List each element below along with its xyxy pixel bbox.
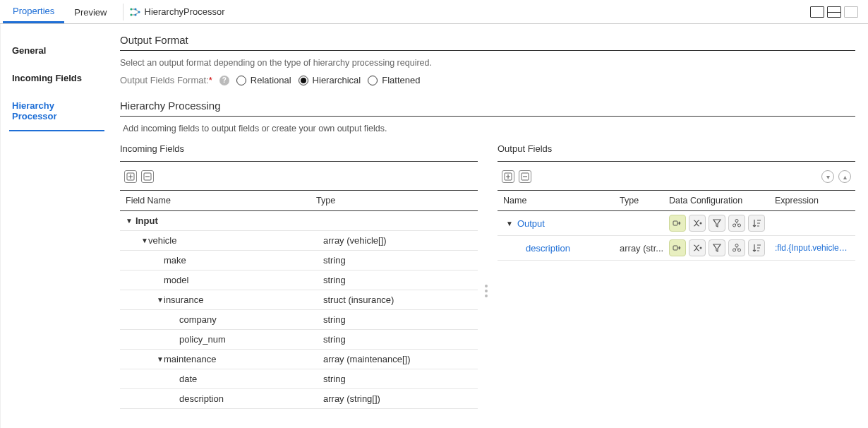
field-type: array (string[]) bbox=[323, 393, 472, 404]
collapse-arrow-icon: ▼ bbox=[126, 217, 133, 225]
hierarchy-processing-subtitle: Add incoming fields to output fields or … bbox=[120, 124, 855, 133]
output-header-dc: Data Configuration bbox=[669, 196, 775, 206]
svg-point-0 bbox=[130, 8, 132, 10]
info-icon[interactable]: ? bbox=[219, 76, 229, 85]
incoming-header-row: Field Name Type bbox=[120, 190, 478, 211]
field-type: string bbox=[323, 255, 472, 266]
field-type: array (maintenance[]) bbox=[323, 354, 472, 364]
dc-map-button[interactable] bbox=[669, 215, 686, 232]
svg-point-1 bbox=[130, 13, 132, 16]
radio-flattened-label: Flattened bbox=[382, 75, 420, 85]
output-rows: ▼Outputdescriptionarray (str...:fld.{Inp… bbox=[498, 211, 855, 261]
expand-arrow-icon: ▼ bbox=[157, 355, 164, 363]
sidebar-item-hierarchy-processor[interactable]: Hierarchy Processor bbox=[9, 92, 104, 131]
left-sidebar: General Incoming Fields Hierarchy Proces… bbox=[0, 24, 113, 428]
output-row[interactable]: ▼Output bbox=[498, 211, 855, 236]
top-tabs: Properties Preview HierarchyProcessor bbox=[0, 0, 868, 24]
field-type: string bbox=[323, 314, 472, 325]
incoming-row[interactable]: ▼insurancestruct (insurance) bbox=[120, 290, 478, 310]
output-header-type: Type bbox=[620, 196, 669, 206]
view-single-icon[interactable] bbox=[810, 6, 824, 18]
expand-all-button[interactable] bbox=[124, 170, 137, 183]
incoming-header-name: Field Name bbox=[126, 196, 316, 206]
svg-point-10 bbox=[700, 222, 702, 225]
dc-filter-button[interactable] bbox=[709, 215, 725, 232]
field-name: insurance bbox=[164, 295, 323, 305]
view-hsplit-icon[interactable] bbox=[827, 6, 841, 18]
tab-separator bbox=[123, 4, 123, 20]
output-collapse-all-button[interactable] bbox=[519, 170, 531, 183]
view-full-icon[interactable] bbox=[844, 6, 858, 18]
field-name: date bbox=[179, 374, 323, 384]
output-format-subtitle: Select an output format depending on the… bbox=[120, 58, 855, 68]
incoming-fields-panel: Incoming Fields Field Name Type ▼Input▼v… bbox=[120, 143, 478, 409]
radio-flattened[interactable]: Flattened bbox=[368, 75, 420, 85]
incoming-fields-title: Incoming Fields bbox=[120, 143, 478, 162]
output-expression[interactable]: :fld.{Input.vehicle.vel bbox=[775, 243, 850, 253]
svg-point-11 bbox=[735, 220, 738, 222]
output-fields-panel: Output Fields ▾ ▴ bbox=[498, 143, 855, 409]
output-field-name[interactable]: description bbox=[526, 243, 570, 254]
incoming-row[interactable]: ▼maintenancearray (maintenance[]) bbox=[120, 350, 478, 369]
output-fields-title: Output Fields bbox=[498, 143, 855, 162]
output-field-type: array (str... bbox=[620, 243, 669, 254]
dc-map-button[interactable] bbox=[669, 239, 686, 256]
dc-join-button[interactable] bbox=[689, 215, 706, 232]
incoming-row[interactable]: datestring bbox=[120, 369, 478, 389]
processor-title: HierarchyProcessor bbox=[129, 6, 225, 18]
field-name: maintenance bbox=[164, 354, 323, 364]
field-type: struct (insurance) bbox=[323, 295, 472, 305]
output-row[interactable]: descriptionarray (str...:fld.{Input.vehi… bbox=[498, 236, 855, 261]
incoming-row[interactable]: policy_numstring bbox=[120, 330, 478, 350]
main-content: Output Format Select an output format de… bbox=[113, 24, 868, 428]
scroll-up-icon[interactable]: ▴ bbox=[838, 170, 851, 183]
sidebar-item-incoming-fields[interactable]: Incoming Fields bbox=[9, 64, 104, 92]
expand-arrow-icon: ▼ bbox=[157, 296, 164, 304]
incoming-row[interactable]: modelstring bbox=[120, 271, 478, 290]
svg-point-15 bbox=[700, 247, 702, 249]
svg-point-16 bbox=[735, 244, 738, 247]
collapse-all-button[interactable] bbox=[141, 170, 154, 183]
field-name: vehicle bbox=[148, 235, 323, 246]
expand-arrow-icon: ▼ bbox=[141, 237, 148, 244]
dc-order-button[interactable] bbox=[748, 215, 765, 232]
output-field-name[interactable]: Output bbox=[517, 218, 545, 229]
tab-preview[interactable]: Preview bbox=[64, 1, 116, 23]
incoming-row[interactable]: descriptionarray (string[]) bbox=[120, 389, 478, 409]
field-type: string bbox=[323, 334, 472, 345]
radio-relational-label: Relational bbox=[251, 75, 291, 85]
incoming-header-type: Type bbox=[316, 196, 472, 206]
radio-hierarchical-label: Hierarchical bbox=[313, 75, 361, 85]
radio-hierarchical[interactable]: Hierarchical bbox=[299, 75, 361, 85]
hierarchy-processing-title: Hierarchy Processing bbox=[120, 100, 855, 117]
incoming-root-row[interactable]: ▼Input bbox=[120, 211, 478, 231]
radio-relational[interactable]: Relational bbox=[236, 75, 291, 85]
dc-group-button[interactable] bbox=[728, 239, 745, 256]
svg-rect-14 bbox=[673, 246, 677, 250]
scroll-down-icon[interactable]: ▾ bbox=[821, 170, 834, 183]
processor-name: HierarchyProcessor bbox=[145, 6, 225, 17]
incoming-row[interactable]: ▼vehiclearray (vehicle[]) bbox=[120, 231, 478, 251]
incoming-root-label: Input bbox=[135, 215, 312, 226]
output-header-exp: Expression bbox=[775, 196, 850, 206]
sidebar-item-general[interactable]: General bbox=[9, 37, 104, 64]
collapse-arrow-icon: ▼ bbox=[506, 220, 513, 227]
dc-order-button[interactable] bbox=[748, 239, 765, 256]
output-expand-all-button[interactable] bbox=[502, 170, 514, 183]
hierarchy-processor-icon bbox=[129, 6, 140, 18]
dc-join-button[interactable] bbox=[689, 239, 706, 256]
field-type: string bbox=[323, 374, 472, 384]
output-format-title: Output Format bbox=[120, 34, 855, 51]
svg-rect-9 bbox=[673, 221, 677, 225]
view-switcher bbox=[810, 6, 868, 18]
field-type: string bbox=[323, 275, 472, 285]
field-name: model bbox=[164, 275, 323, 285]
field-name: policy_num bbox=[179, 334, 323, 345]
incoming-row[interactable]: companystring bbox=[120, 310, 478, 330]
tab-properties[interactable]: Properties bbox=[3, 0, 64, 23]
drag-handle-icon[interactable] bbox=[485, 285, 488, 297]
dc-group-button[interactable] bbox=[728, 215, 745, 232]
incoming-row[interactable]: makestring bbox=[120, 251, 478, 271]
dc-filter-button[interactable] bbox=[709, 239, 725, 256]
incoming-tree: ▼Input▼vehiclearray (vehicle[])makestrin… bbox=[120, 211, 478, 409]
